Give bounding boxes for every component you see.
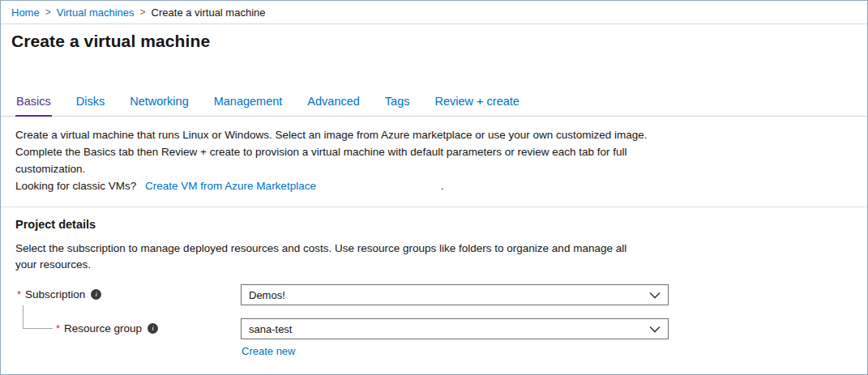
create-new-link[interactable]: Create new [242,345,295,357]
tab-management[interactable]: Management [213,91,284,117]
breadcrumb-home[interactable]: Home [11,6,40,19]
intro-paragraph-2: Complete the Basics tab then Review + cr… [15,144,659,178]
breadcrumb-virtual-machines[interactable]: Virtual machines [57,6,135,19]
tab-networking[interactable]: Networking [129,91,190,117]
breadcrumb-separator: > [45,6,51,18]
chevron-down-icon [649,292,661,299]
subscription-value: Demos! [249,289,285,301]
project-details-description: Select the subscription to manage deploy… [1,231,665,274]
intro-paragraph-1: Create a virtual machine that runs Linux… [15,127,659,144]
subscription-dropdown[interactable]: Demos! [241,284,669,305]
required-marker: * [56,322,60,335]
resource-group-label-text: Resource group [64,322,142,335]
subscription-label: * Subscription i [17,288,101,300]
project-details-heading: Project details [1,207,867,231]
resource-group-label: * Resource group i [56,322,158,335]
resource-group-value: sana-test [249,323,292,335]
chevron-down-icon [649,326,661,333]
resource-group-dropdown[interactable]: sana-test [241,318,669,339]
tab-review-create[interactable]: Review + create [434,91,520,117]
classic-vm-suffix: . [441,180,444,192]
create-vm-marketplace-link[interactable]: Create VM from Azure Marketplace [145,180,316,192]
page-title: Create a virtual machine [1,24,867,51]
intro-text: Create a virtual machine that runs Linux… [1,117,673,195]
tab-bar: Basics Disks Networking Management Advan… [1,91,867,117]
project-details-form: * Subscription i Demos! * Resource group… [1,278,867,375]
tab-disks[interactable]: Disks [75,91,105,117]
required-marker: * [17,288,21,300]
tree-connector [23,305,53,329]
classic-vm-row: Looking for classic VMs? Create VM from … [15,178,659,195]
info-icon[interactable]: i [148,323,158,334]
classic-vm-prefix: Looking for classic VMs? [15,180,136,192]
subscription-label-text: Subscription [25,288,85,300]
tab-advanced[interactable]: Advanced [306,91,361,117]
create-vm-page: Home > Virtual machines > Create a virtu… [0,0,868,375]
tab-basics[interactable]: Basics [15,91,52,117]
breadcrumb-current: Create a virtual machine [152,6,266,19]
info-icon[interactable]: i [91,289,101,300]
breadcrumb-separator: > [140,6,146,18]
tab-tags[interactable]: Tags [384,91,411,117]
breadcrumb: Home > Virtual machines > Create a virtu… [1,1,867,24]
